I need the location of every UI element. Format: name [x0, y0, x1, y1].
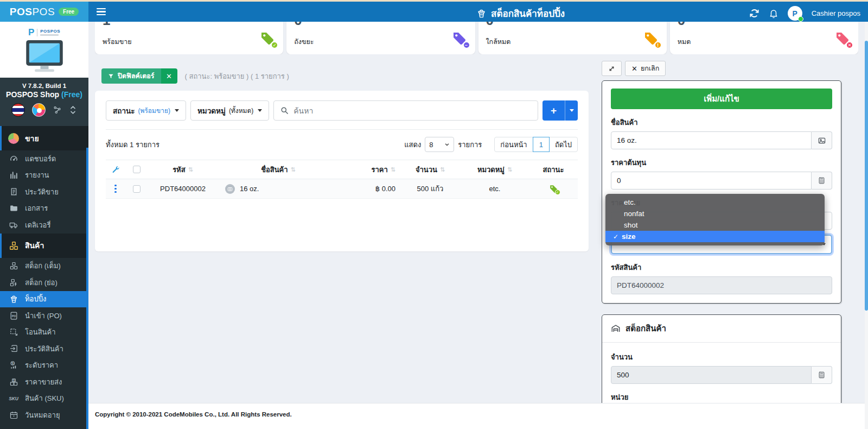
image-addon-button[interactable] — [812, 131, 832, 149]
chevron-down-icon — [444, 142, 450, 147]
sitemap-nodes-icon[interactable] — [53, 105, 62, 115]
sidebar-item-sku[interactable]: SKU สินค้า (SKU) — [0, 390, 88, 407]
dashboard-gauge-icon — [7, 154, 20, 163]
page-scrollbar-thumb[interactable] — [865, 41, 868, 311]
cost-price-input[interactable] — [611, 172, 812, 190]
product-name-input[interactable] — [611, 131, 812, 149]
cost-price-label: ราคาต้นทุน — [611, 157, 832, 168]
sidebar-item-delivery[interactable]: เดลิเวอรี่ — [0, 217, 88, 234]
sort-icon: ⇅ — [188, 166, 193, 173]
expand-button[interactable] — [602, 61, 622, 76]
sidebar-item-stock-full[interactable]: สต็อก (เต็ม) — [0, 258, 88, 275]
sidebar-item-topping[interactable]: ท็อปปิ้ง — [0, 291, 88, 308]
status-filter-dropdown[interactable]: สถานะ (พร้อมขาย) — [106, 100, 186, 121]
page-title: สต็อกสินค้าท็อปปิ้ง — [476, 3, 565, 23]
footer: Copyright © 2010-2021 CodeMobiles Co., L… — [88, 403, 868, 429]
close-icon[interactable]: ✕ — [161, 68, 177, 84]
sidebar-version-box: V 7.8.2, Build 1 POSPOS Shop (Free) — [0, 78, 88, 126]
speed-gauge-icon[interactable] — [32, 103, 46, 117]
status-cards-row: 1 พร้อมขาย ✓ 0 ถังขยะ − 0 ใกล้หมด — [95, 22, 858, 54]
close-filter-button[interactable]: ปิดฟิลค์เตอร์ ✕ — [101, 68, 177, 84]
sidebar-item-wholesale[interactable]: $ ราคาขายส่ง — [0, 374, 88, 390]
option-etc[interactable]: etc. — [605, 197, 825, 208]
table-header-row: รหัส⇅ ชื่อสินค้า⇅ ราคา⇅ จำนวน⇅ หมวดหมู่⇅… — [106, 160, 578, 179]
receipt-icon — [7, 187, 20, 197]
table-row[interactable]: PDT64000002 16 oz. ฿ 0.00 500 แก้ว etc. — [106, 179, 578, 199]
prev-page-button[interactable]: ก่อนหน้า — [494, 137, 533, 152]
calculator-addon-button[interactable] — [812, 172, 832, 190]
expiry-calendar-icon — [7, 411, 20, 420]
select-options-popup: etc. nonfat shot ✓ size — [605, 194, 825, 245]
product-code-input — [611, 276, 832, 294]
sidebar-item-import-po[interactable]: PO นำเข้า (PO) — [0, 307, 88, 324]
main-content: 1 พร้อมขาย ✓ 0 ถังขยะ − 0 ใกล้หมด — [88, 22, 865, 429]
sidebar-item-documents[interactable]: เอกสาร — [0, 200, 88, 217]
brand-logo[interactable]: POSPOS Free — [0, 2, 88, 22]
refresh-icon[interactable] — [749, 8, 760, 18]
add-product-button[interactable]: + — [542, 100, 565, 121]
sidebar-section-sales[interactable]: ขาย — [0, 126, 88, 150]
hamburger-menu-icon[interactable] — [88, 2, 113, 22]
stock-panel-title: สต็อกสินค้า — [626, 322, 666, 335]
notifications-bell-icon[interactable] — [769, 9, 778, 18]
option-nonfat[interactable]: nonfat — [605, 208, 825, 219]
next-page-button[interactable]: ถัดไป — [549, 137, 578, 152]
cancel-button[interactable]: ✕ ยกเลิก — [625, 61, 666, 76]
product-image-placeholder-icon — [225, 184, 235, 194]
stock-qty-input — [611, 366, 812, 384]
sidebar-item-expiry[interactable]: วันหมดอายุ — [0, 407, 88, 424]
page-scrollbar — [865, 22, 868, 429]
product-table-card: สถานะ (พร้อมขาย) หมวดหมู่ (ทั้งหมด) — [95, 91, 589, 251]
sidebar-item-sales-history[interactable]: ประวัติขาย — [0, 184, 88, 200]
column-header-code[interactable]: รหัส⇅ — [148, 164, 218, 175]
column-header-qty[interactable]: จำนวน⇅ — [400, 164, 461, 175]
user-avatar[interactable]: P — [788, 6, 802, 21]
sidebar-item-price-level[interactable]: $ ระดับราคา — [0, 357, 88, 374]
sidebar-item-product-history[interactable]: ประวัติสินค้า — [0, 340, 88, 357]
column-header-category[interactable]: หมวดหมู่⇅ — [461, 164, 529, 175]
option-size-selected[interactable]: ✓ size — [605, 231, 825, 242]
current-page-button[interactable]: 1 — [533, 137, 550, 152]
editor-actions: ✕ ยกเลิก — [602, 61, 841, 76]
thai-flag-icon[interactable] — [11, 103, 25, 117]
sidebar-section-products[interactable]: สินค้า — [0, 234, 88, 258]
select-all-checkbox[interactable] — [133, 166, 141, 173]
option-shot[interactable]: shot — [605, 219, 825, 231]
chevron-down-icon — [570, 109, 574, 112]
sidebar-scrollbar[interactable] — [86, 148, 88, 429]
category-filter-dropdown[interactable]: หมวดหมู่ (ทั้งหมด) — [190, 100, 269, 121]
sidebar-item-transfer[interactable]: โอนสินค้า — [0, 324, 88, 341]
add-options-caret[interactable] — [565, 100, 578, 121]
search-input[interactable] — [293, 106, 531, 115]
shop-name: POSPOS Shop (Free) — [0, 90, 88, 99]
pie-chart-icon — [7, 133, 20, 144]
filter-summary: ( สถานะ: พร้อมขาย ) ( 1 รายการ ) — [185, 71, 289, 82]
row-actions-icon[interactable] — [114, 185, 117, 193]
free-badge: Free — [59, 8, 79, 16]
sidebar-item-stock-brief[interactable]: สต็อก (ย่อ) — [0, 274, 88, 291]
search-icon — [280, 106, 289, 115]
sidebar-item-dashboard[interactable]: แดชบอร์ด — [0, 150, 88, 167]
add-edit-button[interactable]: เพิ่ม/แก้ไข — [611, 89, 832, 109]
row-checkbox[interactable] — [133, 185, 141, 193]
tag-alert-icon: ! — [642, 30, 660, 47]
table-settings-wrench-icon[interactable] — [106, 166, 125, 174]
chevrons-up-down-icon[interactable] — [69, 105, 77, 115]
card-low-stock: 0 ใกล้หมด ! — [478, 22, 667, 54]
calculator-icon — [818, 371, 826, 379]
topbar: POSPOS Free สต็อกสินค้าท็อปปิ้ง — [0, 2, 868, 22]
copyright-text: Copyright © 2010-2021 CodeMobiles Co., L… — [95, 411, 292, 418]
column-header-price[interactable]: ราคา⇅ — [339, 164, 400, 175]
svg-text:SKU: SKU — [9, 396, 19, 401]
sidebar-item-reports[interactable]: รายงาน — [0, 167, 88, 184]
calculator-addon-button[interactable] — [812, 366, 832, 384]
search-box — [273, 100, 538, 121]
transfer-icon — [7, 327, 20, 337]
user-name[interactable]: Cashier pospos — [812, 9, 860, 17]
row-code: PDT64000002 — [148, 185, 218, 193]
list-column: ปิดฟิลค์เตอร์ ✕ ( สถานะ: พร้อมขาย ) ( 1 … — [95, 61, 589, 251]
page-size-select[interactable]: 8 — [425, 137, 454, 152]
online-status-dot — [798, 16, 803, 22]
funnel-icon — [108, 73, 114, 79]
column-header-name[interactable]: ชื่อสินค้า⇅ — [218, 164, 339, 175]
